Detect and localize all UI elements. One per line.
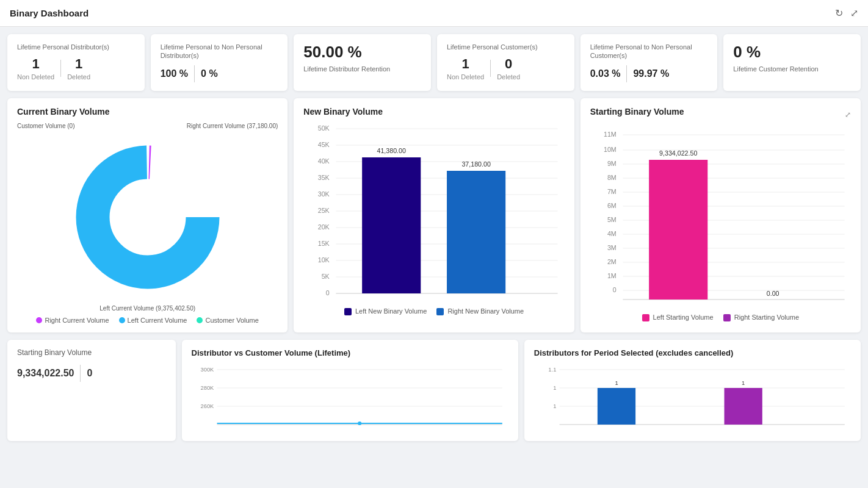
kpi-label-4: Lifetime Personal Customer(s) (447, 43, 565, 51)
svg-text:2M: 2M (607, 259, 617, 265)
bottom-left-v2: 0 (87, 368, 92, 379)
kpi-sub-deleted-4: Deleted (497, 73, 520, 81)
bar-left-new-label: 41,380.00 (377, 148, 407, 154)
legend-label-right: Right Current Volume (45, 317, 109, 324)
bottom-row: Starting Binary Volume 9,334,022.50 0 Di… (7, 340, 861, 441)
bottom-left-values: 9,334,022.50 0 (17, 365, 166, 382)
bottom-mid-title: Distributor vs Customer Volume (Lifetime… (192, 348, 508, 357)
legend-color-left-starting (642, 314, 649, 321)
kpi-item-deleted-4: 0 Deleted (497, 56, 520, 81)
bar-right-new (447, 171, 505, 293)
svg-text:300K: 300K (200, 367, 214, 373)
kpi-sub-deleted-1: Deleted (67, 73, 90, 81)
legend-item-right-starting: Right Starting Volume (723, 314, 799, 321)
bottom-card-dist-customer: Distributor vs Customer Volume (Lifetime… (182, 340, 518, 441)
legend-item-left: Left Current Volume (119, 317, 187, 324)
legend-label-customer: Customer Volume (205, 317, 258, 324)
svg-text:50K: 50K (318, 125, 330, 132)
kpi-percent-main-6: 0 % (733, 43, 851, 62)
bar-dist-2 (724, 388, 762, 425)
legend-item-left-new: Left New Binary Volume (344, 307, 427, 315)
bottom-left-title: Starting Binary Volume (17, 348, 166, 358)
kpi-percent2-5: 99.97 % (633, 68, 669, 79)
kpi-divider-5 (626, 65, 627, 82)
legend-item-right: Right Current Volume (36, 317, 109, 324)
svg-text:45K: 45K (318, 142, 330, 148)
kpi-values-4: 1 Non Deleted 0 Deleted (447, 56, 565, 81)
donut-center (114, 184, 181, 251)
svg-text:260K: 260K (200, 403, 214, 409)
kpi-values-5: 0.03 % 99.97 % (590, 65, 708, 82)
chart-card-new-binary: New Binary Volume 50K (294, 98, 574, 332)
kpi-card-personal-non-personal-cust: Lifetime Personal to Non Personal Custom… (580, 34, 718, 91)
kpi-values-1: 1 Non Deleted 1 Deleted (17, 56, 135, 81)
svg-text:7M: 7M (607, 188, 617, 195)
svg-text:9M: 9M (607, 160, 617, 167)
donut-container: Customer Volume (0) Right Current Volume… (17, 123, 278, 324)
kpi-divider-1 (60, 60, 61, 77)
kpi-card-personal-non-personal-dist: Lifetime Personal to Non Personal Distri… (151, 34, 288, 91)
svg-text:20K: 20K (318, 224, 330, 231)
legend-item-left-starting: Left Starting Volume (642, 314, 714, 321)
refresh-icon[interactable]: ↻ (835, 7, 843, 19)
donut-legend: Right Current Volume Left Current Volume… (36, 317, 258, 324)
svg-text:0: 0 (612, 287, 616, 293)
kpi-card-lifetime-distributors: Lifetime Personal Distributor(s) 1 Non D… (7, 34, 145, 91)
kpi-item-non-deleted-1: 1 Non Deleted (17, 56, 54, 81)
svg-text:0: 0 (326, 290, 330, 296)
legend-color-left-new (344, 308, 352, 315)
bottom-mid-svg: 300K 280K 260K (192, 364, 508, 431)
kpi-sub-non-deleted-1: Non Deleted (17, 73, 54, 81)
svg-text:4M: 4M (607, 231, 617, 237)
legend-dot-right (36, 317, 42, 323)
kpi-sub-non-deleted-4: Non Deleted (447, 73, 484, 81)
svg-text:8M: 8M (607, 174, 617, 181)
kpi-values-2: 100 % 0 % (161, 65, 278, 82)
bottom-card-distributors-period: Distributors for Period Selected (exclud… (524, 340, 861, 441)
kpi-value-deleted-4: 0 (505, 56, 512, 72)
expand-icon[interactable]: ⤢ (850, 7, 858, 19)
legend-dot-left (119, 317, 125, 323)
svg-text:30K: 30K (318, 191, 330, 198)
chart-card-starting-binary: Starting Binary Volume ⤢ (580, 98, 861, 332)
bar-dist-1 (598, 388, 635, 425)
legend-color-right-new (436, 308, 444, 315)
kpi-label-5: Lifetime Personal to Non Personal Custom… (590, 43, 708, 60)
kpi-card-distributor-retention: 50.00 % Lifetime Distributor Retention (294, 34, 431, 91)
expand-chart-icon[interactable]: ⤢ (845, 110, 851, 119)
kpi-row: Lifetime Personal Distributor(s) 1 Non D… (7, 34, 861, 91)
bottom-left-v1: 9,334,022.50 (17, 368, 74, 379)
bar-left-starting (649, 160, 707, 300)
kpi-card-customer-retention: 0 % Lifetime Customer Retention (723, 34, 861, 91)
right-volume-label: Right Current Volume (37,180.00) (187, 123, 278, 129)
kpi-percent1-5: 0.03 % (590, 68, 621, 79)
dist-customer-dot (358, 422, 361, 425)
kpi-value-deleted-1: 1 (75, 56, 82, 72)
bottom-right-svg: 1.1 1 1 1 1 (534, 364, 851, 431)
charts-row: Current Binary Volume Customer Volume (0… (7, 98, 861, 332)
legend-item-right-new: Right New Binary Volume (436, 307, 524, 315)
bottom-card-starting-binary: Starting Binary Volume 9,334,022.50 0 (7, 340, 176, 441)
kpi-percent1-2: 100 % (161, 68, 188, 79)
svg-text:1: 1 (742, 380, 745, 386)
chart-title-starting-binary: Starting Binary Volume (590, 107, 684, 117)
app-title: Binary Dashboard (10, 8, 89, 18)
svg-text:5M: 5M (607, 217, 617, 223)
legend-color-right-starting (723, 314, 731, 321)
kpi-item-deleted-1: 1 Deleted (67, 56, 90, 81)
bar-right-starting-label: 0.00 (766, 290, 779, 297)
svg-text:1: 1 (553, 385, 556, 391)
svg-text:10K: 10K (318, 257, 330, 264)
kpi-divider-4 (490, 60, 491, 77)
kpi-item-non-deleted-4: 1 Non Deleted (447, 56, 484, 81)
kpi-value-non-deleted-1: 1 (32, 56, 39, 72)
svg-text:1: 1 (553, 403, 556, 409)
legend-dot-customer (197, 317, 203, 323)
svg-text:40K: 40K (318, 158, 330, 165)
svg-text:1.1: 1.1 (548, 367, 556, 373)
new-binary-legend: Left New Binary Volume Right New Binary … (303, 307, 564, 315)
svg-text:25K: 25K (318, 207, 330, 214)
kpi-divider-2 (194, 65, 195, 82)
svg-text:11M: 11M (604, 131, 617, 138)
chart-card-current-binary: Current Binary Volume Customer Volume (0… (7, 98, 288, 332)
